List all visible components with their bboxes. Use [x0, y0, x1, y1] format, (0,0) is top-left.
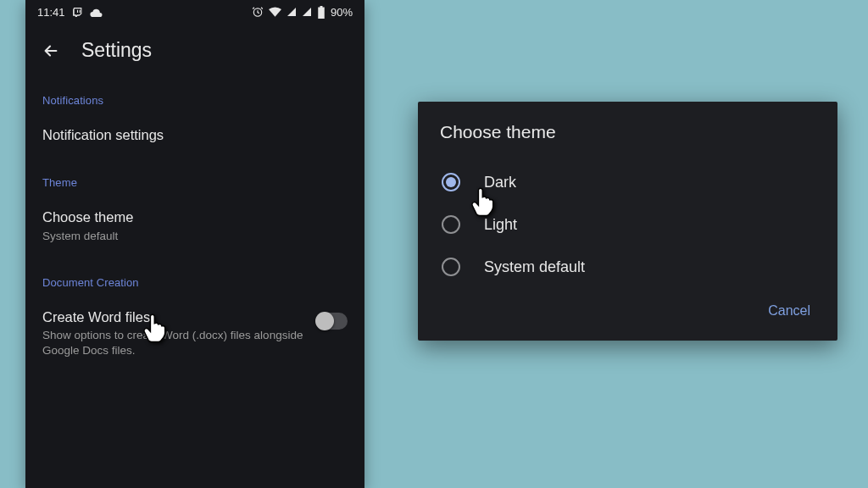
- back-button[interactable]: [41, 41, 61, 61]
- option-label: System default: [484, 258, 585, 276]
- dialog-title: Choose theme: [440, 122, 815, 142]
- theme-option-system-default[interactable]: System default: [440, 246, 815, 288]
- row-notification-settings[interactable]: Notification settings: [25, 114, 364, 158]
- row-title: Create Word files: [42, 308, 307, 326]
- cancel-button[interactable]: Cancel: [763, 297, 815, 325]
- section-label-notifications: Notifications: [25, 75, 364, 114]
- battery-percent: 90%: [331, 6, 353, 19]
- cloud-icon: [90, 8, 103, 17]
- title-bar: Settings: [25, 24, 364, 75]
- signal-icon-2: [302, 7, 312, 17]
- row-subtitle: Show options to create Word (.docx) file…: [42, 328, 307, 358]
- option-label: Dark: [484, 174, 516, 191]
- twitch-icon: [72, 7, 83, 18]
- option-label: Light: [484, 216, 517, 234]
- row-title: Notification settings: [42, 125, 348, 144]
- toggle-create-word-files[interactable]: [317, 313, 348, 330]
- theme-option-light[interactable]: Light: [440, 203, 815, 246]
- radio-icon: [442, 173, 460, 191]
- section-label-theme: Theme: [25, 158, 364, 196]
- status-time: 11:41: [37, 6, 65, 19]
- row-subtitle: System default: [42, 229, 348, 244]
- page-title: Settings: [81, 39, 152, 62]
- settings-panel: 11:41 90%: [25, 0, 364, 488]
- theme-option-dark[interactable]: Dark: [440, 161, 815, 203]
- wifi-icon: [269, 7, 281, 17]
- battery-icon: [317, 6, 326, 19]
- row-title: Choose theme: [42, 208, 348, 226]
- radio-icon: [442, 215, 460, 234]
- choose-theme-dialog: Choose theme Dark Light System default C…: [418, 102, 837, 341]
- row-create-word-files[interactable]: Create Word files Show options to create…: [25, 296, 364, 373]
- signal-icon: [287, 7, 297, 17]
- alarm-icon: [252, 6, 264, 18]
- section-label-document-creation: Document Creation: [25, 258, 364, 296]
- radio-icon: [442, 258, 460, 276]
- status-bar: 11:41 90%: [25, 0, 364, 24]
- row-choose-theme[interactable]: Choose theme System default: [25, 196, 364, 257]
